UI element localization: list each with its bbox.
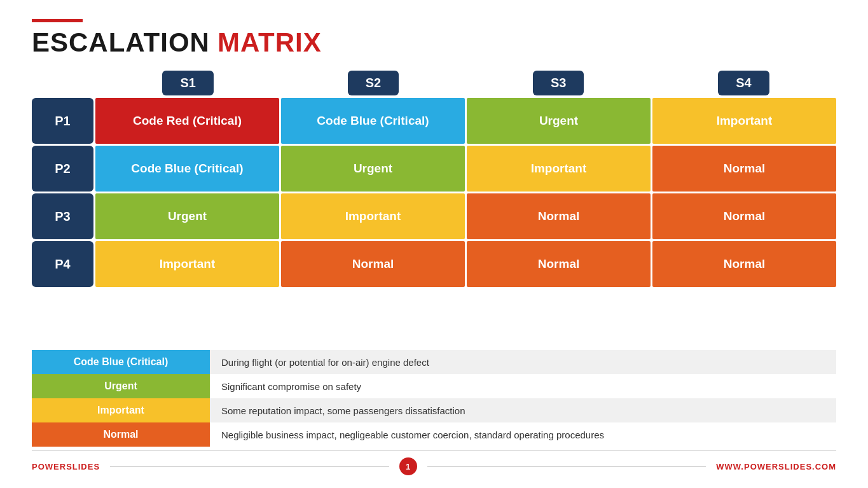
row-label-p4: P4 xyxy=(32,241,93,287)
matrix-cell-p2-s4: Normal xyxy=(652,146,836,192)
footer-line-right xyxy=(427,466,706,467)
footer-brand-red: SLIDES xyxy=(66,462,100,471)
legend-row-2: ImportantSome reputation impact, some pa… xyxy=(32,398,836,422)
title-row: ESCALATION MATRIX xyxy=(32,27,836,58)
footer-brand: POWERSLIDES xyxy=(32,462,100,471)
legend-desc-0: During flight (or potential for on-air) … xyxy=(210,350,836,374)
legend-row-3: NormalNegligible business impact, neglig… xyxy=(32,422,836,447)
col-header-s1: S1 xyxy=(95,71,280,95)
col-header-s3: S3 xyxy=(466,71,651,95)
matrix-cell-p2-s2: Urgent xyxy=(281,146,465,192)
legend-desc-3: Negligible business impact, negligeable … xyxy=(210,422,836,447)
matrix-cell-p3-s4: Normal xyxy=(652,193,836,239)
legend-badge-3: Normal xyxy=(32,422,210,447)
matrix-row-p3: P3UrgentImportantNormalNormal xyxy=(32,193,836,239)
col-badge-s1: S1 xyxy=(162,71,213,95)
header-accent-line xyxy=(32,19,83,22)
matrix-row-p4: P4ImportantNormalNormalNormal xyxy=(32,241,836,287)
matrix-cell-p1-s1: Code Red (Critical) xyxy=(95,98,279,144)
matrix-body: P1Code Red (Critical)Code Blue (Critical… xyxy=(32,98,836,287)
legend-badge-0: Code Blue (Critical) xyxy=(32,350,210,374)
legend-row-0: Code Blue (Critical)During flight (or po… xyxy=(32,350,836,374)
legend-desc-2: Some reputation impact, some passengers … xyxy=(210,398,836,422)
title-red: MATRIX xyxy=(217,27,322,58)
matrix-cell-p4-s1: Important xyxy=(95,241,279,287)
footer: POWERSLIDES 1 WWW.POWERSLIDES.COM xyxy=(32,450,836,475)
row-label-p3: P3 xyxy=(32,193,93,239)
footer-brand-black: POWER xyxy=(32,462,66,471)
legend-row-1: UrgentSignificant compromise on safety xyxy=(32,374,836,398)
row-label-p2: P2 xyxy=(32,146,93,192)
footer-line-left xyxy=(110,466,389,467)
matrix-cell-p3-s2: Important xyxy=(281,193,465,239)
col-badge-s4: S4 xyxy=(718,71,769,95)
footer-url: WWW.POWERSLIDES.COM xyxy=(716,462,836,471)
legend-badge-1: Urgent xyxy=(32,374,210,398)
row-label-p1: P1 xyxy=(32,98,93,144)
col-header-s2: S2 xyxy=(280,71,465,95)
matrix-cell-p1-s3: Urgent xyxy=(467,98,651,144)
col-badge-s3: S3 xyxy=(533,71,584,95)
matrix-row-p2: P2Code Blue (Critical)UrgentImportantNor… xyxy=(32,146,836,192)
col-badge-s2: S2 xyxy=(348,71,399,95)
col-headers: S1S2S3S4 xyxy=(95,71,836,95)
title-black: ESCALATION xyxy=(32,27,210,58)
footer-page-number: 1 xyxy=(399,457,417,475)
matrix-cell-p3-s1: Urgent xyxy=(95,193,279,239)
matrix-cell-p3-s3: Normal xyxy=(467,193,651,239)
col-header-s4: S4 xyxy=(651,71,836,95)
matrix-cell-p1-s2: Code Blue (Critical) xyxy=(281,98,465,144)
legend-desc-1: Significant compromise on safety xyxy=(210,374,836,398)
page: ESCALATION MATRIX S1S2S3S4 P1Code Red (C… xyxy=(0,0,868,488)
matrix-cell-p2-s3: Important xyxy=(467,146,651,192)
matrix-cell-p1-s4: Important xyxy=(652,98,836,144)
matrix-row-p1: P1Code Red (Critical)Code Blue (Critical… xyxy=(32,98,836,144)
matrix-cell-p4-s3: Normal xyxy=(467,241,651,287)
legend-section: Code Blue (Critical)During flight (or po… xyxy=(32,350,836,447)
matrix-cell-p2-s1: Code Blue (Critical) xyxy=(95,146,279,192)
legend-badge-2: Important xyxy=(32,398,210,422)
matrix-section: S1S2S3S4 P1Code Red (Critical)Code Blue … xyxy=(32,71,836,341)
matrix-cell-p4-s2: Normal xyxy=(281,241,465,287)
matrix-cell-p4-s4: Normal xyxy=(652,241,836,287)
